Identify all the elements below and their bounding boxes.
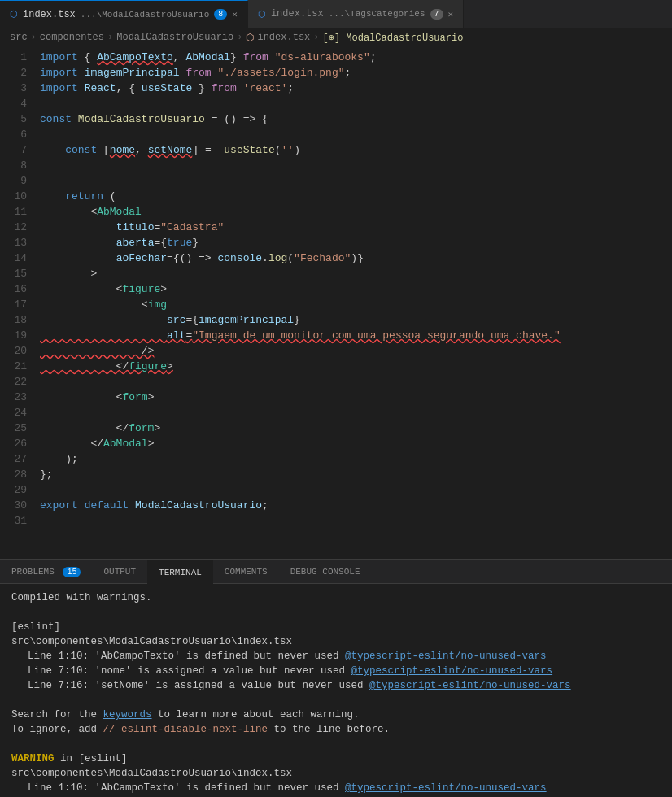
code-line-28: }; xyxy=(37,467,672,482)
breadcrumb-modal: ModalCadastroUsuario xyxy=(116,32,233,43)
tab-close-2[interactable]: ✕ xyxy=(448,9,454,20)
code-line-26: </AbModal> xyxy=(37,436,672,451)
error-link-3[interactable]: @typescript-eslint/no-unused-vars xyxy=(369,680,571,691)
code-line-14: aoFechar={() => console.log("Fechado")} xyxy=(37,250,672,266)
tsx-icon-2: ⬡ xyxy=(258,9,266,20)
code-line-21: </figure> xyxy=(37,359,672,374)
tab-path-1: ...\ModalCadastroUsuario xyxy=(81,10,209,20)
keywords-link[interactable]: keywords xyxy=(103,709,152,721)
code-line-15: > xyxy=(37,266,672,281)
compiled-msg: Compiled with warnings. xyxy=(11,590,661,605)
line-numbers: 12345 678910 1112131415 1617181920 21222… xyxy=(0,46,37,559)
panel-area: PROBLEMS 15 OUTPUT TERMINAL COMMENTS DEB… xyxy=(0,559,672,797)
tab-index-tsx-1[interactable]: ⬡ index.tsx ...\ModalCadastroUsuario 8 ✕ xyxy=(0,0,248,28)
breadcrumb-index: index.tsx xyxy=(257,32,310,43)
code-line-10: return ( xyxy=(37,189,672,204)
panel-tabs: PROBLEMS 15 OUTPUT TERMINAL COMMENTS DEB… xyxy=(0,560,672,584)
code-line-24 xyxy=(37,405,672,420)
code-line-3: import React, { useState } from 'react'; xyxy=(37,81,672,96)
blank-line-3 xyxy=(11,737,661,751)
tab-comments[interactable]: COMMENTS xyxy=(213,560,279,584)
code-line-16: <figure> xyxy=(37,281,672,297)
code-line-2: import imagemPrincipal from "./assets/lo… xyxy=(37,65,672,81)
tab-close-1[interactable]: ✕ xyxy=(232,9,238,20)
code-content[interactable]: import { AbCampoTexto, AbModal} from "ds… xyxy=(37,46,672,559)
breadcrumb-componentes: componentes xyxy=(40,32,104,43)
tab-problems[interactable]: PROBLEMS 15 xyxy=(0,560,92,584)
code-line-4 xyxy=(37,96,672,111)
breadcrumb-src: src xyxy=(10,32,28,43)
code-line-19: alt="Imgaem de um monitor com uma pessoa… xyxy=(37,328,672,343)
error-link-2[interactable]: @typescript-eslint/no-unused-vars xyxy=(351,665,553,677)
code-line-12: titulo="Cadastra" xyxy=(37,220,672,235)
code-line-20: /> xyxy=(37,343,672,359)
code-line-31 xyxy=(37,513,672,529)
error-line-1: Line 1:10: 'AbCampoTexto' is defined but… xyxy=(11,649,661,664)
tsx-icon-1: ⬡ xyxy=(10,9,18,20)
tab-label-1: index.tsx xyxy=(23,9,76,20)
file-path-2: src\componentes\ModalCadastroUsuario\ind… xyxy=(11,766,661,781)
code-line-8 xyxy=(37,158,672,173)
code-line-17: <img xyxy=(37,297,672,312)
problems-badge: 15 xyxy=(63,567,81,577)
tab-debug-console[interactable]: DEBUG CONSOLE xyxy=(279,560,372,584)
error-line-3: Line 7:16: 'setNome' is assigned a value… xyxy=(11,678,661,693)
code-line-18: src={imagemPrincipal} xyxy=(37,312,672,328)
code-line-27: ); xyxy=(37,451,672,467)
tab-path-2: ...\TagsCategories xyxy=(329,9,425,19)
code-line-11: <AbModal xyxy=(37,204,672,220)
blank-line-2 xyxy=(11,693,661,708)
breadcrumb-tsx-icon: ⬡ xyxy=(246,32,254,44)
blank-line-1 xyxy=(11,605,661,620)
breadcrumb-fn: [⊕] ModalCadastroUsuario xyxy=(322,32,463,44)
code-line-5: const ModalCadastroUsuario = () => { xyxy=(37,111,672,127)
code-line-25: </form> xyxy=(37,420,672,436)
tab-label-2: index.tsx xyxy=(271,8,324,20)
code-line-23: <form> xyxy=(37,390,672,405)
tab-badge-2: 7 xyxy=(430,9,443,20)
breadcrumb: src › componentes › ModalCadastroUsuario… xyxy=(0,28,672,46)
file-path-1: src\componentes\ModalCadastroUsuario\ind… xyxy=(11,634,661,649)
eslint-label: [eslint] xyxy=(11,620,661,634)
code-line-7: const [nome, setNome] = useState('') xyxy=(37,142,672,158)
error-line-2: Line 7:10: 'nome' is assigned a value bu… xyxy=(11,664,661,678)
terminal-content[interactable]: Compiled with warnings. [eslint] src\com… xyxy=(0,584,672,797)
error2-link-1[interactable]: @typescript-eslint/no-unused-vars xyxy=(345,782,547,794)
ignore-line: To ignore, add // eslint-disable-next-li… xyxy=(11,722,661,737)
tab-badge-1: 8 xyxy=(214,9,227,20)
editor-area: 12345 678910 1112131415 1617181920 21222… xyxy=(0,46,672,559)
tab-bar: ⬡ index.tsx ...\ModalCadastroUsuario 8 ✕… xyxy=(0,0,672,28)
code-line-22 xyxy=(37,374,672,390)
warning-label: WARNING in [eslint] xyxy=(11,751,661,766)
hint-line: Search for the keywords to learn more ab… xyxy=(11,708,661,722)
code-line-1: import { AbCampoTexto, AbModal} from "ds… xyxy=(37,50,672,65)
tab-index-tsx-2[interactable]: ⬡ index.tsx ...\TagsCategories 7 ✕ xyxy=(248,0,464,28)
code-line-6 xyxy=(37,127,672,142)
code-line-29 xyxy=(37,482,672,498)
tab-output[interactable]: OUTPUT xyxy=(92,560,147,584)
code-line-9 xyxy=(37,173,672,189)
error-link-1[interactable]: @typescript-eslint/no-unused-vars xyxy=(345,651,547,662)
error2-line-1: Line 1:10: 'AbCampoTexto' is defined but… xyxy=(11,781,661,795)
code-line-13: aberta={true} xyxy=(37,235,672,250)
tab-terminal[interactable]: TERMINAL xyxy=(147,560,213,584)
code-line-30: export default ModalCadastroUsuario; xyxy=(37,498,672,513)
